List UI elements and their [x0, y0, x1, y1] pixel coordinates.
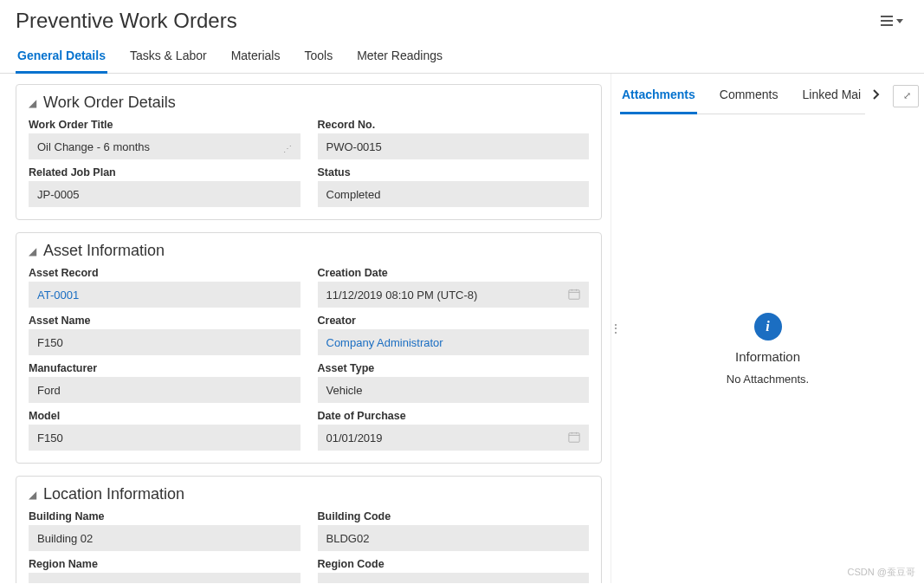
label-manufacturer: Manufacturer — [29, 362, 300, 374]
value-model: F150 — [37, 432, 63, 444]
calendar-icon[interactable] — [568, 432, 580, 444]
label-region-name: Region Name — [29, 558, 300, 570]
tabs-scroll-right[interactable] — [865, 81, 888, 111]
label-building-code: Building Code — [318, 510, 590, 522]
value-asset-name: F150 — [37, 336, 63, 349]
value-status: Completed — [326, 188, 381, 201]
tab-tasks-labor[interactable]: Tasks & Labor — [128, 40, 209, 73]
input-creator[interactable]: Company Administrator — [318, 329, 590, 355]
section-work-order-details: ◢ Work Order Details Work Order Title Oi… — [16, 84, 602, 220]
watermark: CSDN @蚕豆哥 — [848, 566, 915, 579]
page-title: Preventive Work Orders — [16, 9, 237, 33]
section-asset-information: ◢ Asset Information Asset Record AT-0001… — [16, 232, 602, 464]
expand-icon: ⤢ — [903, 90, 909, 101]
input-creation-date[interactable]: 11/12/2019 08:10 PM (UTC-8) — [318, 282, 590, 308]
label-date-of-purchase: Date of Purchase — [318, 410, 590, 422]
svg-rect-4 — [569, 433, 579, 443]
form-scroll-area[interactable]: ◢ Work Order Details Work Order Title Oi… — [0, 74, 611, 583]
input-building-name[interactable]: Building 02 — [29, 525, 300, 551]
value-related-job-plan: JP-0005 — [37, 188, 79, 201]
value-creator: Company Administrator — [326, 336, 443, 349]
input-work-order-title[interactable]: Oil Change - 6 months ⋰ — [29, 133, 300, 159]
input-record-no[interactable]: PWO-0015 — [318, 133, 590, 159]
label-creation-date: Creation Date — [318, 267, 590, 279]
collapse-icon[interactable]: ◢ — [29, 97, 36, 109]
section-title: Asset Information — [43, 242, 165, 260]
label-work-order-title: Work Order Title — [29, 119, 300, 131]
label-model: Model — [29, 410, 300, 422]
value-work-order-title: Oil Change - 6 months — [37, 140, 150, 153]
input-model[interactable]: F150 — [29, 425, 300, 451]
side-tabs: Attachments Comments Linked Mai — [620, 77, 865, 114]
resize-handle-icon[interactable]: ⋰ — [283, 144, 292, 153]
tab-attachments[interactable]: Attachments — [620, 77, 697, 114]
panel-resize-handle[interactable]: ⋮ — [610, 327, 622, 331]
value-building-name: Building 02 — [37, 532, 93, 545]
label-status: Status — [318, 166, 590, 178]
value-creation-date: 11/12/2019 08:10 PM (UTC-8) — [326, 289, 478, 302]
label-asset-name: Asset Name — [29, 315, 300, 327]
tab-comments[interactable]: Comments — [718, 77, 780, 114]
input-asset-name[interactable]: F150 — [29, 329, 300, 355]
tab-linked-mail[interactable]: Linked Mai — [800, 77, 863, 114]
input-asset-record[interactable]: AT-0001 — [29, 282, 300, 308]
tab-tools[interactable]: Tools — [302, 40, 334, 73]
value-building-code: BLDG02 — [326, 532, 370, 545]
value-asset-type: Vehicle — [326, 384, 363, 397]
input-building-code[interactable]: BLDG02 — [318, 525, 590, 551]
input-asset-type[interactable]: Vehicle — [318, 377, 590, 403]
value-record-no: PWO-0015 — [326, 140, 382, 153]
chevron-down-icon — [896, 19, 903, 23]
input-region-name[interactable] — [29, 573, 300, 583]
label-record-no: Record No. — [318, 119, 590, 131]
svg-rect-0 — [569, 290, 579, 300]
section-location-information: ◢ Location Information Building Name Bui… — [16, 476, 602, 583]
section-title: Work Order Details — [43, 94, 176, 112]
value-date-of-purchase: 01/01/2019 — [326, 432, 383, 444]
label-asset-record: Asset Record — [29, 267, 300, 279]
input-status[interactable]: Completed — [318, 181, 590, 207]
label-creator: Creator — [318, 315, 590, 327]
section-title: Location Information — [43, 485, 184, 503]
collapse-icon[interactable]: ◢ — [29, 489, 36, 501]
input-date-of-purchase[interactable]: 01/01/2019 — [318, 425, 590, 451]
tab-materials[interactable]: Materials — [229, 40, 282, 73]
side-panel: ⋮ Attachments Comments Linked Mai ⤢ i In… — [611, 74, 924, 583]
tab-meter-readings[interactable]: Meter Readings — [355, 40, 444, 73]
info-icon: i — [754, 313, 782, 341]
collapse-icon[interactable]: ◢ — [29, 245, 36, 257]
tab-general-details[interactable]: General Details — [16, 40, 107, 74]
expand-panel-button[interactable]: ⤢ — [893, 85, 919, 107]
attachments-empty-state: i Information No Attachments. — [611, 115, 924, 583]
value-manufacturer: Ford — [37, 384, 61, 397]
input-related-job-plan[interactable]: JP-0005 — [29, 181, 300, 207]
label-asset-type: Asset Type — [318, 362, 590, 374]
page-actions-menu[interactable] — [876, 10, 908, 31]
calendar-icon[interactable] — [568, 289, 580, 301]
main-tabs: General Details Tasks & Labor Materials … — [0, 40, 924, 74]
value-asset-record: AT-0001 — [37, 289, 79, 302]
label-building-name: Building Name — [29, 510, 300, 522]
info-heading: Information — [735, 349, 800, 364]
hamburger-icon — [881, 16, 893, 26]
info-message: No Attachments. — [727, 373, 809, 386]
input-manufacturer[interactable]: Ford — [29, 377, 300, 403]
input-region-code[interactable] — [318, 573, 590, 583]
label-related-job-plan: Related Job Plan — [29, 166, 300, 178]
label-region-code: Region Code — [318, 558, 590, 570]
chevron-right-icon — [872, 88, 881, 101]
